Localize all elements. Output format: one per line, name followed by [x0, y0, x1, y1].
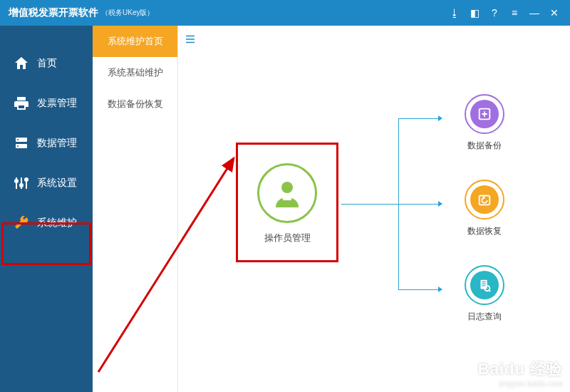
svg-point-6 [25, 178, 28, 181]
sliders-icon [13, 175, 30, 192]
svg-rect-11 [481, 280, 487, 289]
sidebar-item-invoice[interactable]: 发票管理 [0, 83, 93, 123]
sidebar-item-label: 首页 [37, 57, 57, 70]
svg-point-2 [17, 139, 19, 140]
download-icon[interactable]: ⭳ [445, 3, 465, 23]
database-icon [13, 135, 30, 152]
submenu-item-basic[interactable]: 系统基础维护 [93, 57, 177, 88]
svg-point-7 [281, 182, 293, 193]
sidebar-item-label: 系统维护 [37, 217, 77, 229]
submenu-item-home[interactable]: 系统维护首页 [93, 26, 177, 57]
sidebar-item-data[interactable]: 数据管理 [0, 123, 93, 163]
svg-point-3 [17, 145, 19, 147]
sidebar-item-maintenance[interactable]: 系统维护 [0, 203, 93, 243]
collapse-sidebar-icon[interactable] [181, 30, 200, 48]
minimize-icon[interactable]: ― [524, 3, 544, 23]
restore-icon [465, 180, 504, 220]
sidebar-item-label: 发票管理 [37, 97, 77, 110]
svg-point-4 [15, 180, 18, 182]
sidebar-item-home[interactable]: 首页 [0, 43, 93, 83]
watermark-brand: Baidu 经验 [478, 359, 563, 380]
sidebar: 首页 发票管理 数据管理 系统设置 系统维护 [0, 26, 93, 392]
diagram-center-node[interactable]: 操作员管理 [234, 147, 341, 261]
sidebar-item-label: 系统设置 [37, 177, 77, 190]
titlebar: 增值税发票开票软件 （税务UKey版） ⭳ ◧ ? ≡ ― ✕ [0, 0, 570, 26]
diagram-child-label: 数据恢复 [467, 225, 502, 237]
diagram-child-log[interactable]: 日志查询 [442, 265, 527, 323]
close-icon[interactable]: ✕ [544, 3, 564, 23]
operator-icon [257, 163, 317, 223]
diagram-child-label: 数据备份 [467, 140, 502, 152]
submenu: 系统维护首页 系统基础维护 数据备份恢复 [93, 26, 178, 392]
watermark-url: jingyan.baidu.com [478, 380, 563, 388]
diagram-child-label: 日志查询 [467, 311, 502, 323]
svg-rect-8 [283, 196, 291, 200]
diagram-center-label: 操作员管理 [264, 232, 311, 244]
wrench-icon [13, 215, 30, 232]
diagram-child-restore[interactable]: 数据恢复 [442, 180, 527, 237]
svg-point-5 [20, 184, 23, 187]
sidebar-item-label: 数据管理 [37, 137, 77, 150]
help-icon[interactable]: ? [484, 3, 504, 23]
watermark: Baidu 经验 jingyan.baidu.com [478, 359, 563, 388]
menu-icon[interactable]: ≡ [504, 3, 524, 23]
backup-icon [465, 94, 504, 134]
home-icon [13, 55, 30, 72]
submenu-item-backup[interactable]: 数据备份恢复 [93, 88, 177, 120]
printer-icon [13, 95, 30, 112]
app-subtitle: （税务UKey版） [101, 8, 154, 18]
app-title: 增值税发票开票软件 [9, 6, 98, 19]
bookmark-icon[interactable]: ◧ [465, 3, 484, 23]
sidebar-item-settings[interactable]: 系统设置 [0, 163, 93, 203]
log-icon [465, 265, 504, 305]
diagram-child-backup[interactable]: 数据备份 [442, 94, 527, 152]
